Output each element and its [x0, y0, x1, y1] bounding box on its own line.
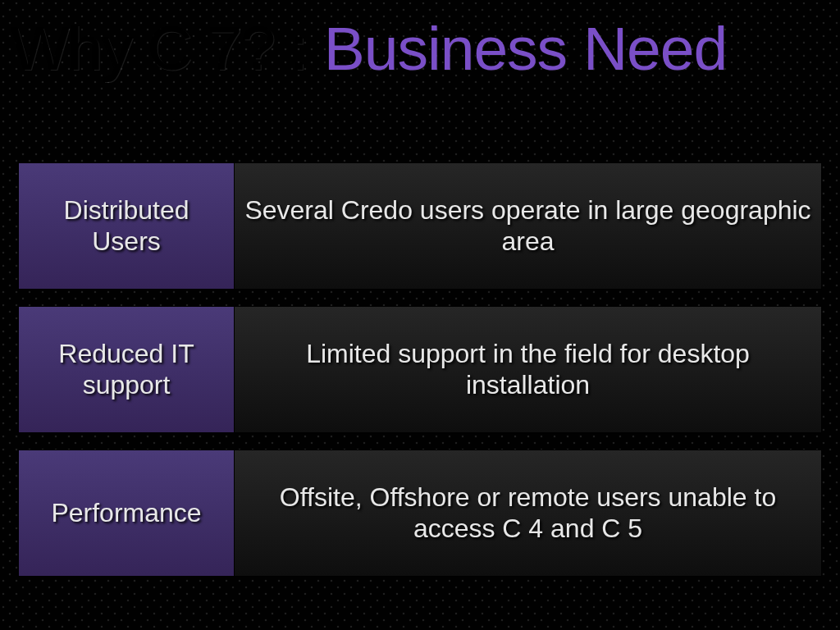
table-row: Performance Offsite, Offshore or remote … — [18, 450, 822, 577]
row-label: Reduced IT support — [18, 306, 235, 433]
content-table: Distributed Users Several Credo users op… — [18, 162, 822, 577]
row-label: Distributed Users — [18, 162, 235, 290]
row-desc: Several Credo users operate in large geo… — [235, 162, 822, 290]
slide: Why C 7? : Business Need Distributed Use… — [0, 0, 840, 630]
row-desc: Offsite, Offshore or remote users unable… — [235, 450, 822, 577]
title-part2: Business Need — [324, 14, 727, 83]
title-part1: Why C 7? : — [11, 14, 324, 83]
table-row: Distributed Users Several Credo users op… — [18, 162, 822, 290]
row-desc: Limited support in the field for desktop… — [235, 306, 822, 433]
table-row: Reduced IT support Limited support in th… — [18, 306, 822, 433]
row-label: Performance — [18, 450, 235, 577]
slide-title: Why C 7? : Business Need — [11, 16, 727, 81]
